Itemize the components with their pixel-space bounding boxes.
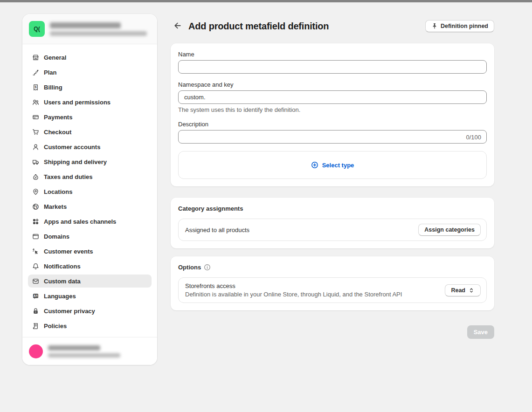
namespace-label: Namespace and key bbox=[178, 81, 487, 88]
sidebar-item-label: Customer privacy bbox=[44, 308, 95, 315]
policies-icon bbox=[32, 322, 39, 330]
description-field-group: Description 0/100 bbox=[178, 121, 487, 144]
store-url-redacted bbox=[50, 31, 147, 36]
sidebar-item-shipping-and-delivery[interactable]: Shipping and delivery bbox=[28, 155, 152, 168]
sidebar-item-label: Checkout bbox=[44, 129, 71, 136]
save-row: Save bbox=[171, 325, 494, 339]
sidebar-item-users-and-permissions[interactable]: Users and permissions bbox=[28, 96, 152, 109]
user-email-redacted bbox=[48, 353, 120, 357]
options-card: Options Storefronts access Definition is… bbox=[171, 256, 494, 310]
assign-categories-button[interactable]: Assign categories bbox=[418, 224, 481, 236]
back-button[interactable] bbox=[171, 20, 184, 33]
sidebar-item-notifications[interactable]: Notifications bbox=[28, 260, 152, 273]
name-input[interactable] bbox=[178, 60, 487, 74]
sidebar-item-billing[interactable]: $Billing bbox=[28, 81, 152, 94]
sidebar-item-label: Plan bbox=[44, 69, 56, 76]
select-type-button[interactable]: Select type bbox=[178, 151, 487, 179]
definition-form-card: Name Namespace and key The system uses t… bbox=[171, 43, 494, 186]
plan-icon bbox=[32, 69, 39, 76]
sidebar-item-taxes-and-duties[interactable]: Taxes and duties bbox=[28, 170, 152, 183]
languages-icon: A文 bbox=[32, 292, 39, 300]
billing-icon: $ bbox=[32, 83, 39, 91]
category-assignments-title: Category assignments bbox=[178, 205, 487, 212]
description-label: Description bbox=[178, 121, 487, 128]
sidebar-item-label: Languages bbox=[44, 293, 76, 300]
sidebar-item-label: Custom data bbox=[44, 278, 81, 285]
sidebar-item-languages[interactable]: A文Languages bbox=[28, 289, 152, 302]
info-icon[interactable] bbox=[204, 264, 211, 271]
payments-icon bbox=[32, 113, 39, 121]
pin-icon bbox=[431, 23, 438, 29]
save-button[interactable]: Save bbox=[467, 325, 494, 339]
back-arrow-icon bbox=[173, 21, 181, 31]
apps-icon bbox=[32, 218, 39, 225]
sidebar-item-apps-and-sales-channels[interactable]: Apps and sales channels bbox=[28, 215, 152, 228]
sidebar-item-customer-accounts[interactable]: Customer accounts bbox=[28, 140, 152, 153]
settings-sidebar: Q( GeneralPlan$BillingUsers and permissi… bbox=[22, 14, 157, 365]
category-assignment-row: Assigned to all products Assign categori… bbox=[178, 219, 487, 241]
sidebar-item-label: Domains bbox=[44, 233, 69, 240]
description-input[interactable] bbox=[178, 130, 487, 144]
sidebar-item-label: Markets bbox=[44, 203, 67, 210]
notifications-icon bbox=[32, 262, 39, 270]
store-header[interactable]: Q( bbox=[22, 14, 157, 44]
main-content: Add product metafield definition Definit… bbox=[171, 18, 494, 339]
sidebar-item-general[interactable]: General bbox=[28, 51, 152, 64]
namespace-input[interactable] bbox=[178, 90, 487, 104]
domains-icon bbox=[32, 233, 39, 240]
sidebar-item-label: Policies bbox=[44, 323, 67, 330]
user-name-redacted bbox=[48, 345, 100, 350]
select-chevrons-icon bbox=[468, 287, 475, 294]
plus-circle-icon bbox=[311, 161, 318, 169]
users-icon bbox=[32, 98, 39, 106]
user-identity bbox=[48, 345, 120, 357]
sidebar-item-label: Taxes and duties bbox=[44, 173, 93, 180]
sidebar-item-locations[interactable]: Locations bbox=[28, 185, 152, 198]
store-avatar: Q( bbox=[29, 21, 45, 37]
sidebar-item-custom-data[interactable]: Custom data bbox=[28, 275, 152, 288]
store-identity bbox=[50, 22, 147, 36]
category-assignments-card: Category assignments Assigned to all pro… bbox=[171, 198, 494, 248]
storefronts-access-select[interactable]: Read bbox=[445, 284, 481, 296]
sidebar-item-label: Customer accounts bbox=[44, 144, 100, 151]
store-icon bbox=[32, 54, 39, 61]
sidebar-item-label: Payments bbox=[44, 114, 72, 121]
customer-accounts-icon bbox=[32, 143, 39, 151]
sidebar-item-label: Users and permissions bbox=[44, 99, 111, 106]
sidebar-item-label: Locations bbox=[44, 188, 72, 195]
sidebar-item-payments[interactable]: Payments bbox=[28, 110, 152, 124]
locations-icon bbox=[32, 188, 39, 195]
customer-events-icon bbox=[32, 247, 39, 255]
sidebar-item-domains[interactable]: Domains bbox=[28, 230, 152, 243]
store-name-redacted bbox=[50, 22, 121, 28]
sidebar-item-label: Notifications bbox=[44, 263, 81, 270]
options-title: Options bbox=[178, 264, 201, 271]
name-field-group: Name bbox=[178, 51, 487, 74]
namespace-field-group: Namespace and key The system uses this t… bbox=[178, 81, 487, 113]
sidebar-item-label: Customer events bbox=[44, 248, 93, 255]
user-avatar bbox=[29, 344, 43, 358]
storefronts-access-row: Storefronts access Definition is availab… bbox=[178, 277, 487, 303]
sidebar-item-label: Shipping and delivery bbox=[44, 158, 107, 165]
storefronts-access-title: Storefronts access bbox=[185, 282, 402, 289]
sidebar-item-policies[interactable]: Policies bbox=[28, 319, 152, 332]
sidebar-item-customer-events[interactable]: Customer events bbox=[28, 245, 152, 258]
checkout-icon bbox=[32, 128, 39, 136]
shipping-icon bbox=[32, 158, 39, 165]
sidebar-item-plan[interactable]: Plan bbox=[28, 66, 152, 79]
sidebar-item-label: Billing bbox=[44, 84, 62, 91]
sidebar-nav: GeneralPlan$BillingUsers and permissions… bbox=[22, 44, 157, 332]
svg-text:$: $ bbox=[35, 85, 36, 89]
sidebar-item-customer-privacy[interactable]: Customer privacy bbox=[28, 304, 152, 317]
assignment-status-text: Assigned to all products bbox=[185, 227, 249, 233]
svg-text:文: 文 bbox=[35, 294, 38, 297]
page-header: Add product metafield definition Definit… bbox=[171, 18, 494, 34]
namespace-help-text: The system uses this to identify the def… bbox=[178, 106, 487, 113]
definition-pinned-button[interactable]: Definition pinned bbox=[425, 20, 494, 32]
sidebar-item-label: Apps and sales channels bbox=[44, 218, 116, 225]
storefronts-access-description: Definition is available in your Online S… bbox=[185, 291, 402, 298]
user-footer[interactable] bbox=[22, 337, 157, 365]
sidebar-item-markets[interactable]: $Markets bbox=[28, 200, 152, 213]
page-title: Add product metafield definition bbox=[188, 21, 329, 32]
sidebar-item-checkout[interactable]: Checkout bbox=[28, 125, 152, 138]
